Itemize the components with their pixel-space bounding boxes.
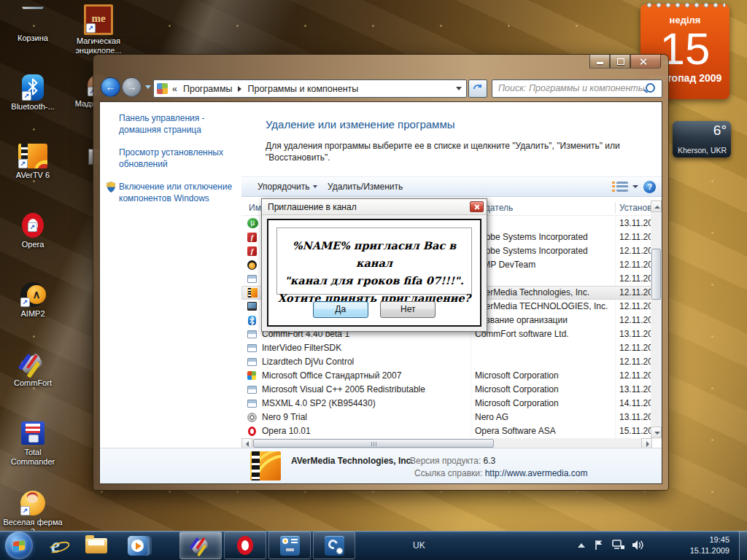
dialog-title-bar[interactable]: Приглашение в канал bbox=[262, 199, 487, 215]
program-publisher: Microsoft Corporation bbox=[475, 369, 559, 383]
language-indicator[interactable]: UK bbox=[407, 531, 431, 560]
search-box[interactable] bbox=[492, 79, 662, 98]
sidebar-link[interactable]: Включение или отключение компонентов Win… bbox=[119, 181, 233, 204]
vertical-scroll-thumb[interactable] bbox=[651, 249, 661, 300]
start-button[interactable] bbox=[5, 532, 33, 559]
desktop-icon[interactable]: AIMP2 bbox=[1, 282, 64, 349]
views-dropdown-icon[interactable] bbox=[632, 185, 638, 188]
opera-taskbar-button[interactable] bbox=[224, 532, 266, 559]
desktop-icon-image: me bbox=[84, 4, 113, 35]
show-hidden-icons-button[interactable] bbox=[578, 543, 585, 548]
scroll-up-button[interactable] bbox=[651, 201, 662, 212]
desktop-icon[interactable]: Total Commander bbox=[1, 421, 64, 489]
scroll-down-button[interactable] bbox=[651, 427, 662, 438]
volume-icon[interactable] bbox=[632, 540, 645, 551]
explorer-launcher[interactable] bbox=[82, 531, 111, 560]
media-player-launcher[interactable] bbox=[123, 531, 152, 560]
desktop-icon-image bbox=[22, 6, 44, 32]
details-help-row: Ссылка справки: http://www.avermedia.com bbox=[414, 468, 587, 478]
details-version-row: Версия продукта: 6.3 bbox=[410, 456, 495, 466]
column-separator[interactable] bbox=[615, 202, 616, 214]
arrow-right-icon bbox=[646, 441, 649, 447]
close-button[interactable] bbox=[630, 55, 661, 69]
sidebar-link[interactable]: Просмотр установленных обновлений bbox=[119, 147, 233, 170]
updater-taskbar-button[interactable] bbox=[313, 532, 355, 559]
internet-explorer-launcher[interactable]: e bbox=[41, 531, 70, 560]
breadcrumb-separator-icon[interactable] bbox=[238, 86, 241, 92]
dialog-close-button[interactable] bbox=[470, 201, 484, 212]
forward-button[interactable]: → bbox=[122, 77, 142, 97]
no-button[interactable]: Нет bbox=[380, 301, 436, 318]
desktop-icon[interactable]: CommFort bbox=[1, 351, 64, 419]
desktop-icon-image bbox=[22, 213, 44, 238]
desktop-icon[interactable]: Bluetooth-... bbox=[1, 74, 64, 141]
desktop-icon[interactable]: Корзина bbox=[1, 6, 64, 73]
desktop-icon[interactable]: Opera bbox=[1, 213, 64, 280]
minimize-button[interactable] bbox=[589, 55, 610, 69]
sidebar-link[interactable]: Панель управления - домашняя страница bbox=[119, 112, 233, 136]
program-installed-date: 12.11.2009 bbox=[619, 341, 652, 355]
help-button[interactable]: ? bbox=[643, 181, 656, 193]
show-desktop-button[interactable] bbox=[739, 531, 747, 560]
horizontal-scrollbar[interactable] bbox=[241, 438, 652, 448]
recent-pages-chevron-icon[interactable] bbox=[145, 85, 151, 89]
program-installed-date: 13.11.2009 bbox=[619, 383, 652, 397]
breadcrumb-programs[interactable]: Программы bbox=[183, 84, 233, 94]
action-center-flag-icon[interactable] bbox=[594, 540, 607, 551]
desktop-icon-label: AIMP2 bbox=[1, 309, 64, 319]
control-panel-taskbar-button[interactable] bbox=[268, 532, 311, 559]
program-installed-date: 12.11.2009 bbox=[619, 230, 652, 244]
program-publisher: Adobe Systems Incorporated bbox=[475, 244, 588, 258]
search-icon[interactable] bbox=[646, 83, 655, 93]
vertical-scrollbar[interactable] bbox=[651, 201, 662, 438]
back-button[interactable]: ← bbox=[101, 77, 120, 97]
program-row[interactable]: Microsoft Office Стандартный 2007 Micros… bbox=[241, 369, 652, 383]
desktop-icon-image bbox=[20, 282, 45, 307]
program-icon bbox=[247, 413, 257, 422]
breadcrumb-programs-and-features[interactable]: Программы и компоненты bbox=[247, 84, 358, 94]
program-row[interactable]: InterVideo FilterSDK 12.11.2009 bbox=[241, 341, 652, 355]
program-icon bbox=[247, 233, 257, 242]
program-installed-date: 12.11.2009 bbox=[619, 286, 652, 300]
address-bar[interactable]: « Программы Программы и компоненты bbox=[153, 79, 467, 98]
uninstall-change-button[interactable]: Удалить/Изменить bbox=[322, 177, 409, 196]
arrow-up-icon bbox=[654, 206, 660, 209]
program-row[interactable]: MSXML 4.0 SP2 (KB954430) Microsoft Corpo… bbox=[241, 397, 652, 411]
search-input[interactable] bbox=[492, 80, 644, 96]
scroll-left-button[interactable] bbox=[241, 438, 252, 448]
desktop-icon[interactable]: AVerTV 6 bbox=[1, 144, 64, 211]
network-icon[interactable] bbox=[612, 540, 625, 551]
program-publisher: AVerMedia TECHNOLOGIES, Inc. bbox=[475, 300, 608, 314]
weather-gadget[interactable]: 6° Kherson, UKR bbox=[673, 121, 731, 158]
details-pane: AVerMedia Technologies, Inc. Версия прод… bbox=[100, 448, 662, 483]
desktop-icon-image bbox=[18, 144, 47, 168]
breadcrumb-overflow[interactable]: « bbox=[172, 84, 177, 94]
restore-button[interactable] bbox=[610, 55, 630, 69]
views-icon[interactable] bbox=[616, 182, 628, 192]
commfort-taskbar-button[interactable] bbox=[179, 532, 222, 559]
program-icon bbox=[247, 260, 257, 270]
help-link[interactable]: http://www.avermedia.com bbox=[485, 468, 588, 478]
program-row[interactable]: Microsoft Visual C++ 2005 Redistributabl… bbox=[241, 383, 652, 397]
program-publisher: Microsoft Corporation bbox=[475, 383, 559, 397]
desktop-icon-label: CommFort bbox=[1, 378, 64, 388]
program-name: Lizardtech DjVu Control bbox=[262, 355, 354, 369]
refresh-icon bbox=[472, 82, 484, 94]
program-row[interactable]: Opera 10.01 Opera Software ASA 15.11.200… bbox=[241, 424, 652, 438]
version-value: 6.3 bbox=[484, 456, 496, 466]
address-dropdown-icon[interactable] bbox=[456, 87, 462, 90]
program-icon bbox=[247, 246, 257, 256]
details-product-name: AVerMedia Technologies, Inc. bbox=[291, 456, 414, 466]
program-installed-date: 13.11.2009 bbox=[619, 217, 652, 230]
program-name: Microsoft Visual C++ 2005 Redistributabl… bbox=[262, 383, 425, 397]
program-publisher: Nero AG bbox=[475, 411, 508, 424]
program-row[interactable]: Lizardtech DjVu Control 12.11.2009 bbox=[241, 355, 652, 369]
refresh-button[interactable] bbox=[468, 79, 487, 98]
program-row[interactable]: Nero 9 Trial Nero AG 13.11.2009 bbox=[241, 411, 652, 424]
program-name: Opera 10.01 bbox=[262, 424, 311, 438]
organize-button[interactable]: Упорядочить bbox=[252, 177, 323, 196]
taskbar-clock[interactable]: 19:45 15.11.2009 bbox=[657, 534, 729, 556]
yes-button[interactable]: Да bbox=[313, 301, 368, 318]
scroll-right-button[interactable] bbox=[641, 438, 652, 448]
horizontal-scroll-thumb[interactable] bbox=[253, 439, 494, 448]
